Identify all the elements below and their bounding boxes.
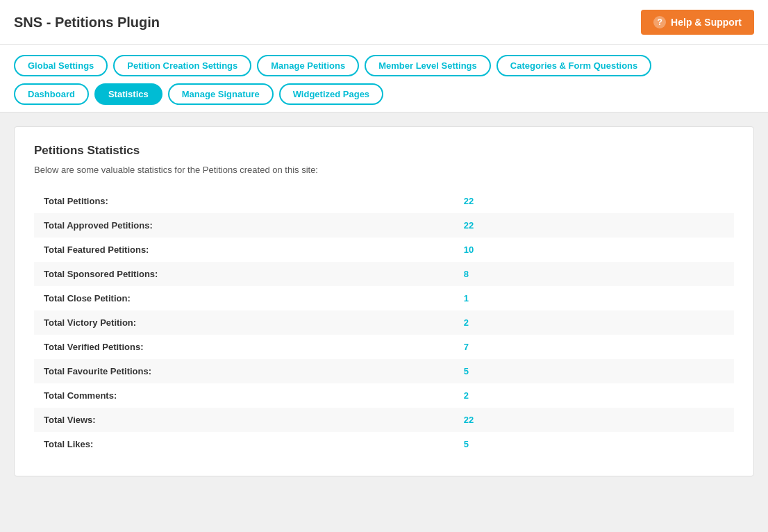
stats-card: Petitions Statistics Below are some valu… [14, 126, 754, 476]
nav-tab-manage-signature[interactable]: Manage Signature [168, 83, 274, 105]
stat-value: 7 [454, 335, 734, 359]
stat-label: Total Sponsored Petitions: [34, 262, 454, 286]
nav-tab-manage-petitions[interactable]: Manage Petitions [257, 55, 359, 76]
nav-tab-statistics[interactable]: Statistics [94, 83, 162, 105]
stat-label: Total Verified Petitions: [34, 335, 454, 359]
stat-label: Total Favourite Petitions: [34, 359, 454, 383]
nav-tab-global-settings[interactable]: Global Settings [14, 55, 108, 76]
table-row: Total Featured Petitions:10 [34, 238, 734, 262]
stat-value: 22 [454, 189, 734, 213]
nav-tab-dashboard[interactable]: Dashboard [14, 83, 89, 105]
app-title: SNS - Petitions Plugin [14, 15, 160, 31]
stat-label: Total Comments: [34, 383, 454, 408]
table-row: Total Victory Petition:2 [34, 310, 734, 335]
table-row: Total Likes:5 [34, 432, 734, 456]
table-row: Total Verified Petitions:7 [34, 335, 734, 359]
stat-value: 10 [454, 238, 734, 262]
stat-label: Total Petitions: [34, 189, 454, 213]
table-row: Total Approved Petitions:22 [34, 213, 734, 238]
main-content: Petitions Statistics Below are some valu… [0, 113, 768, 490]
stat-label: Total Likes: [34, 432, 454, 456]
stat-value: 8 [454, 262, 734, 286]
stat-value: 22 [454, 408, 734, 432]
table-row: Total Comments:2 [34, 383, 734, 408]
table-row: Total Favourite Petitions:5 [34, 359, 734, 383]
stats-title: Petitions Statistics [34, 144, 734, 158]
help-support-button[interactable]: ? Help & Support [641, 10, 754, 35]
nav-tab-widgetized-pages[interactable]: Widgetized Pages [279, 83, 383, 105]
nav-row-1: Global SettingsPetition Creation Setting… [14, 55, 754, 76]
stat-value: 1 [454, 286, 734, 310]
nav-tab-petition-creation-settings[interactable]: Petition Creation Settings [113, 55, 251, 76]
stat-label: Total Featured Petitions: [34, 238, 454, 262]
stats-description: Below are some valuable statistics for t… [34, 165, 734, 175]
nav-area: Global SettingsPetition Creation Setting… [0, 45, 768, 113]
help-button-label: Help & Support [671, 17, 742, 28]
page-wrapper: SNS - Petitions Plugin ? Help & Support … [0, 0, 768, 532]
nav-tab-categories-&-form-questions[interactable]: Categories & Form Questions [496, 55, 651, 76]
table-row: Total Views:22 [34, 408, 734, 432]
stat-label: Total Victory Petition: [34, 310, 454, 335]
table-row: Total Petitions:22 [34, 189, 734, 213]
stat-value: 5 [454, 432, 734, 456]
stat-label: Total Approved Petitions: [34, 213, 454, 238]
stat-value: 5 [454, 359, 734, 383]
header: SNS - Petitions Plugin ? Help & Support [0, 0, 768, 45]
stats-table: Total Petitions:22Total Approved Petitio… [34, 189, 734, 456]
table-row: Total Sponsored Petitions:8 [34, 262, 734, 286]
question-icon: ? [653, 16, 666, 28]
stat-value: 2 [454, 310, 734, 335]
nav-tab-member-level-settings[interactable]: Member Level Settings [365, 55, 491, 76]
stat-value: 22 [454, 213, 734, 238]
stat-label: Total Close Petition: [34, 286, 454, 310]
stat-label: Total Views: [34, 408, 454, 432]
stat-value: 2 [454, 383, 734, 408]
table-row: Total Close Petition:1 [34, 286, 734, 310]
nav-row-2: DashboardStatisticsManage SignatureWidge… [14, 83, 754, 105]
